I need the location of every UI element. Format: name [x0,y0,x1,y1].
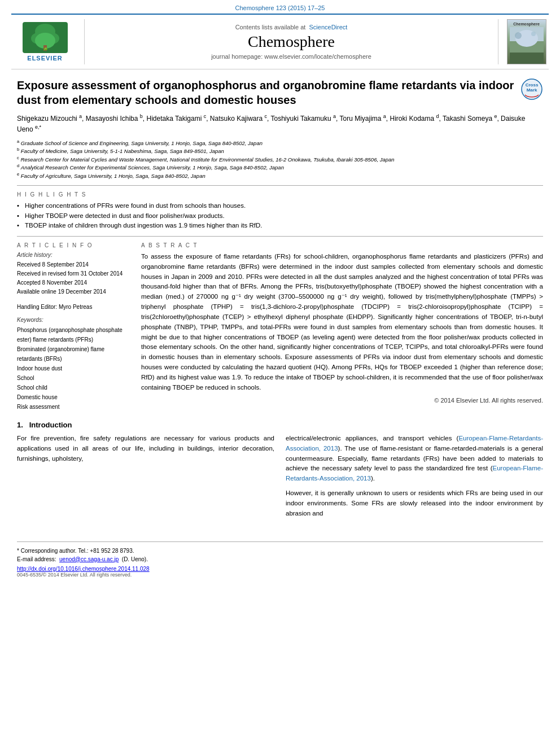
main-content: Exposure assessment of organophosphorus … [0,69,560,530]
affiliations: a Graduate School of Science and Enginee… [17,139,543,180]
article-info-label: A R T I C L E I N F O [17,242,130,248]
abstract-column: A B S T R A C T To assess the exposure o… [141,242,543,412]
article-history: Article history: Received 8 September 20… [17,252,130,296]
divider-1 [17,185,543,186]
page-wrapper: Chemosphere 123 (2015) 17–25 🌳 [0,0,560,747]
article-title-section: Exposure assessment of organophosphorus … [17,78,543,107]
elsevier-logo: 🌳 ELSEVIER [23,22,68,62]
svg-text:🌳: 🌳 [43,47,47,52]
affiliation-b: b Faculty of Medicine, Saga University, … [17,147,543,155]
email-note: E-mail address: uenod@cc.saga-u.ac.jp (D… [17,555,543,563]
revised-date: Received in revised form 31 October 2014 [17,269,130,278]
svg-point-11 [515,32,522,39]
journal-citation[interactable]: Chemosphere 123 (2015) 17–25 [0,0,560,14]
sciencedirect-prefix: Contents lists available at [235,24,306,30]
handling-editor-label: Handling Editor: [17,304,57,310]
affiliation-e: e Faculty of Agriculture, Saga Universit… [17,172,543,180]
available-date: Available online 19 December 2014 [17,287,130,296]
received-date: Received 8 September 2014 [17,260,130,269]
svg-rect-9 [510,53,544,64]
keyword-5: Indoor house dust [17,364,130,373]
intro-para-left: For fire prevention, fire safety regulat… [17,434,274,464]
abstract-label: A B S T R A C T [141,242,543,248]
keyword-9: Risk assessment [17,402,130,412]
keywords-section: Keywords: Phosphorus (organophosphate ph… [17,317,130,412]
publisher-logo-area: 🌳 ELSEVIER [11,19,85,64]
intro-col-left: For fire prevention, fire safety regulat… [17,434,274,519]
article-info-column: A R T I C L E I N F O Article history: R… [17,242,130,412]
highlights-section: H I G H L I G H T S Higher concentration… [17,191,543,230]
doi-anchor[interactable]: http://dx.doi.org/10.1016/j.chemosphere.… [17,566,150,572]
keyword-2: ester) flame retardants (PFRs) [17,335,130,344]
journal-center-header: Contents lists available at ScienceDirec… [85,19,498,64]
tree-svg: 🌳 [25,24,65,52]
affiliation-a: a Graduate School of Science and Enginee… [17,139,543,147]
corresponding-author-note: * Corresponding author. Tel.: +81 952 28… [17,547,543,555]
svg-point-12 [531,32,536,36]
elsevier-label: ELSEVIER [27,55,62,62]
intro-para-right-2: However, it is generally unknown to user… [286,488,543,518]
highlight-item-3: TBOEP intake of children through dust in… [17,221,543,230]
chemosphere-thumbnail: Chemosphere [507,19,546,64]
corresponding-note-text: * Corresponding author. Tel.: +81 952 28… [17,548,134,554]
section-name: Introduction [29,421,72,429]
issn-text: 0045-6535/© 2014 Elsevier Ltd. All right… [17,572,543,578]
keyword-4: retardants (BFRs) [17,354,130,364]
journal-name: Chemosphere [96,33,487,51]
thumb-image [510,27,544,64]
journal-header: 🌳 ELSEVIER Contents lists available at S… [11,14,549,69]
thumb-label: Chemosphere [513,22,540,26]
abstract-text: To assess the exposure of flame retardan… [141,252,543,392]
keyword-3: Brominated (organobromine) flame [17,344,130,354]
highlights-list: Higher concentrations of PFRs were found… [17,201,543,230]
highlight-item-2: Higher TBOEP were detected in dust and f… [17,211,543,221]
keyword-7: School child [17,383,130,392]
svg-text:Cross: Cross [526,82,539,88]
handling-editor-name: Myro Petreas [59,304,92,310]
elsevier-tree-icon: 🌳 [23,22,68,53]
info-abstract-columns: A R T I C L E I N F O Article history: R… [17,242,543,412]
intro-col-right: electrical/electronic appliances, and tr… [286,434,543,519]
svg-text:Mark: Mark [527,88,537,93]
introduction-section: 1. Introduction For fire prevention, fir… [17,421,543,519]
intro-para-right-1: electrical/electronic appliances, and tr… [286,434,543,484]
keywords-label: Keywords: [17,317,130,323]
affiliation-c: c Research Center for Material Cycles an… [17,155,543,163]
doi-link[interactable]: http://dx.doi.org/10.1016/j.chemosphere.… [17,566,543,572]
email-link[interactable]: uenod@cc.saga-u.ac.jp [59,556,119,562]
journal-url: journal homepage: www.elsevier.com/locat… [96,53,487,60]
ref-link-2[interactable]: European-Flame-Retardants-Association, 2… [286,465,543,482]
highlights-label: H I G H L I G H T S [17,191,543,198]
footer-area: * Corresponding author. Tel.: +81 952 28… [17,541,543,578]
sciencedirect-line: Contents lists available at ScienceDirec… [96,24,487,30]
keyword-6: School [17,373,130,383]
section-number: 1. [17,421,23,429]
keywords-list: Phosphorus (organophosphate phosphate es… [17,325,130,412]
journal-citation-text: Chemosphere 123 (2015) 17–25 [235,5,325,11]
journal-thumb-area: Chemosphere [498,19,549,64]
section-title: 1. Introduction [17,421,543,429]
copyright-line: © 2014 Elsevier Ltd. All rights reserved… [141,397,543,404]
history-label: Article history: [17,252,130,258]
keyword-1: Phosphorus (organophosphate phosphate [17,325,130,335]
handling-editor: Handling Editor: Myro Petreas [17,303,130,311]
introduction-columns: For fire prevention, fire safety regulat… [17,434,543,519]
email-label: E-mail address: [17,556,56,562]
email-person: (D. Ueno). [122,556,148,562]
history-items: Received 8 September 2014 Received in re… [17,260,130,296]
affiliation-d: d Analytical Research Center for Experim… [17,163,543,171]
highlight-item-1: Higher concentrations of PFRs were found… [17,201,543,211]
authors: Shigekazu Mizouchi a, Masayoshi Ichiba b… [17,113,543,134]
accepted-date: Accepted 8 November 2014 [17,278,130,287]
article-title: Exposure assessment of organophosphorus … [17,78,515,107]
crossmark-icon: Cross Mark [520,78,543,101]
keyword-8: Domestic house [17,392,130,402]
ref-link-1[interactable]: European-Flame-Retardants-Association, 2… [286,435,543,452]
divider-2 [17,236,543,237]
sciencedirect-link[interactable]: ScienceDirect [309,24,348,30]
